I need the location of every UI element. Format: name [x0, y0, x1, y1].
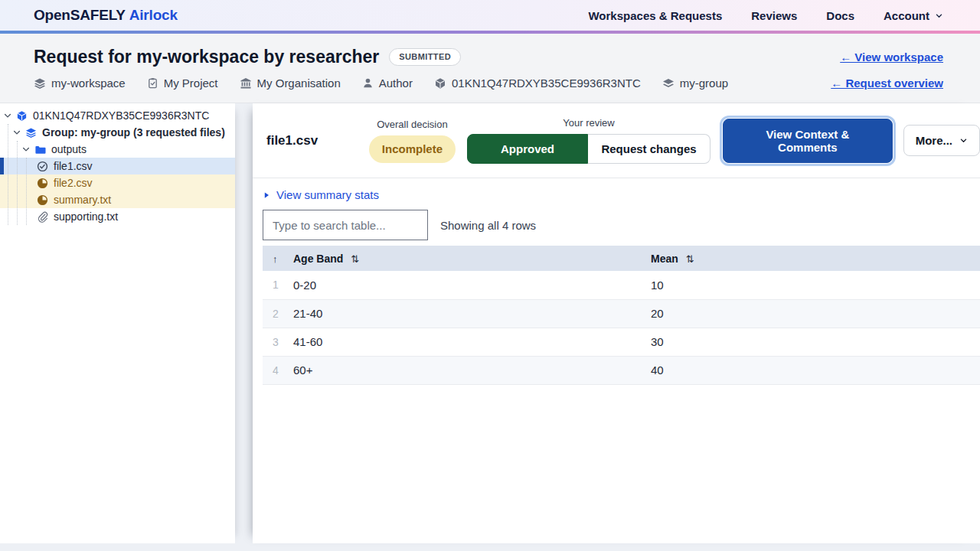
overall-decision-group: Overall decision Incomplete — [369, 119, 456, 163]
breadcrumb-author: Author — [362, 77, 413, 90]
file-title: file1.csv — [266, 133, 369, 148]
row-number: 1 — [263, 271, 293, 299]
table-row: 2 21-40 20 — [263, 299, 980, 328]
nav-reviews[interactable]: Reviews — [751, 9, 797, 22]
user-icon — [362, 77, 374, 89]
age-band-cell: 41-60 — [293, 328, 651, 356]
your-review-group: Your review Approved Request changes — [467, 117, 710, 164]
chevron-down-icon[interactable] — [12, 128, 23, 137]
overall-decision-badge: Incomplete — [369, 135, 456, 163]
brand-logo[interactable]: OpenSAFELYAirlock — [34, 7, 178, 24]
row-index-sort-header[interactable]: ↑ — [263, 246, 293, 271]
cube-icon — [16, 110, 28, 122]
layers-icon — [25, 127, 37, 139]
tree-file-file2[interactable]: file2.csv — [0, 174, 235, 191]
nav-account-menu[interactable]: Account — [884, 9, 943, 22]
age-band-cell: 60+ — [293, 356, 651, 384]
sort-toggle-icon: ⇅ — [686, 253, 694, 265]
folder-icon — [34, 144, 46, 155]
request-title-row: Request for my-workspace by researcher S… — [34, 45, 943, 68]
view-summary-stats-toggle[interactable]: View summary stats — [263, 188, 379, 201]
brand-airlock: Airlock — [129, 7, 178, 23]
chevron-down-icon — [959, 136, 968, 145]
view-workspace-link[interactable]: ← View workspace — [840, 51, 943, 64]
tree-node-request-id[interactable]: 01KN1Q47RDXYB35CE9936R3NTC — [0, 107, 235, 124]
more-button-label: More... — [916, 134, 952, 147]
table-row: 1 0-20 10 — [263, 271, 980, 299]
clipboard-icon — [147, 77, 158, 89]
chevron-down-icon — [935, 11, 943, 20]
tree-node-label: Group: my-group (3 requested files) — [42, 126, 225, 139]
mean-cell: 40 — [651, 356, 980, 384]
triangle-right-icon — [263, 191, 270, 199]
page-title: Request for my-workspace by researcher — [34, 48, 379, 66]
column-header-label: Age Band — [293, 253, 343, 265]
tree-node-label: outputs — [51, 143, 87, 155]
breadcrumb-request-id: 01KN1Q47RDXYB35CE9936R3NTC — [434, 77, 641, 90]
breadcrumb-label: My Project — [164, 77, 218, 90]
breadcrumb-label: My Organisation — [257, 77, 341, 90]
tree-node-group[interactable]: Group: my-group (3 requested files) — [0, 124, 235, 141]
mean-cell: 20 — [651, 299, 980, 328]
age-band-column-header[interactable]: Age Band⇅ — [293, 246, 651, 271]
row-number: 2 — [263, 299, 293, 328]
breadcrumb-workspace: my-workspace — [34, 77, 126, 90]
chevron-down-icon[interactable] — [3, 111, 14, 120]
your-review-label: Your review — [563, 117, 614, 129]
breadcrumb-project: My Project — [147, 77, 218, 90]
layers-icon — [34, 77, 46, 90]
tree-indent-guide — [26, 158, 27, 225]
request-header: Request for my-workspace by researcher S… — [0, 34, 980, 103]
file-tree-sidebar: 01KN1Q47RDXYB35CE9936R3NTC Group: my-gro… — [0, 103, 235, 543]
nav-workspaces-requests[interactable]: Workspaces & Requests — [588, 9, 722, 22]
check-circle-icon — [37, 161, 48, 172]
tree-file-label: file1.csv — [54, 160, 93, 172]
breadcrumb-group: my-group — [662, 77, 728, 90]
tree-node-label: 01KN1Q47RDXYB35CE9936R3NTC — [33, 109, 209, 122]
tree-node-outputs-folder[interactable]: outputs — [0, 141, 235, 158]
chevron-down-icon[interactable] — [21, 145, 32, 154]
mean-cell: 10 — [651, 271, 980, 299]
breadcrumb-label: my-group — [680, 77, 728, 90]
table-row: 4 60+ 40 — [263, 356, 980, 384]
nav-account-label: Account — [884, 9, 929, 22]
pending-review-icon — [37, 194, 48, 206]
breadcrumb-label: my-workspace — [51, 77, 126, 90]
breadcrumb-label: 01KN1Q47RDXYB35CE9936R3NTC — [452, 77, 641, 90]
request-changes-button[interactable]: Request changes — [588, 134, 710, 164]
table-search-row: Showing all 4 rows — [263, 210, 980, 240]
more-button[interactable]: More... — [903, 125, 980, 156]
table-header-row: ↑ Age Band⇅ Mean⇅ — [263, 246, 980, 271]
pending-review-icon — [37, 178, 48, 189]
cube-icon — [434, 77, 446, 90]
view-context-comments-button[interactable]: View Context & Comments — [723, 119, 893, 163]
paperclip-icon — [37, 211, 48, 223]
nav-docs[interactable]: Docs — [826, 9, 854, 22]
tree-file-label: supporting.txt — [54, 210, 118, 223]
request-overview-link[interactable]: ← Request overview — [831, 77, 943, 90]
breadcrumb: my-workspace My Project My Organisation … — [34, 77, 943, 90]
organisation-icon — [240, 77, 252, 90]
tree-file-file1[interactable]: file1.csv — [0, 158, 235, 174]
file-toolbar: file1.csv Overall decision Incomplete Yo… — [253, 103, 980, 178]
approved-button[interactable]: Approved — [467, 134, 588, 164]
tree-indent-guide — [17, 141, 18, 225]
tree-file-supporting[interactable]: supporting.txt — [0, 208, 235, 225]
tree-indent-guide — [8, 124, 8, 225]
review-button-group: Approved Request changes — [467, 134, 710, 164]
tree-file-summary[interactable]: summary.txt — [0, 191, 235, 208]
column-header-label: Mean — [651, 253, 678, 265]
breadcrumb-organisation: My Organisation — [240, 77, 341, 90]
row-number: 4 — [263, 356, 293, 384]
file-content-panel: file1.csv Overall decision Incomplete Yo… — [253, 103, 980, 543]
brand-opensafely: OpenSAFELY — [34, 7, 126, 23]
rows-status: Showing all 4 rows — [440, 219, 536, 232]
mean-column-header[interactable]: Mean⇅ — [651, 246, 980, 271]
nav-links: Workspaces & Requests Reviews Docs Accou… — [588, 9, 943, 22]
data-table: ↑ Age Band⇅ Mean⇅ 1 0-20 10 2 21-40 20 — [263, 246, 980, 385]
tree-file-label: summary.txt — [54, 194, 111, 206]
search-input[interactable] — [263, 210, 428, 240]
overall-decision-label: Overall decision — [377, 119, 448, 130]
tree-file-label: file2.csv — [54, 177, 93, 189]
row-number: 3 — [263, 328, 293, 356]
